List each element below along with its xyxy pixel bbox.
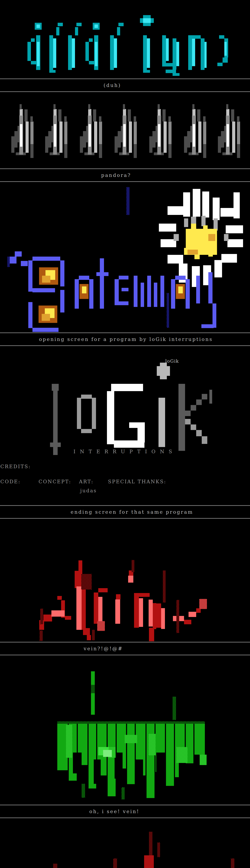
vein-green-art-section bbox=[0, 655, 250, 805]
arraign-ansi-art bbox=[0, 0, 250, 79]
caption-vein-green: oh, i see! vein! bbox=[89, 809, 139, 814]
arraign-art-section bbox=[0, 0, 250, 79]
art-label: ART: bbox=[79, 479, 94, 485]
caption-bar-logik: ending screen for that same program bbox=[0, 505, 250, 519]
caption-bar-pandora: pandora? bbox=[0, 168, 250, 182]
caption-duh: (duh) bbox=[104, 83, 121, 88]
caption-pandora: pandora? bbox=[101, 173, 131, 178]
logik-corner-logo: loGik bbox=[165, 359, 179, 364]
caption-bar-vein-red: vein?!@!@# bbox=[0, 642, 250, 655]
caption-gateway: opening screen for a program by loGik in… bbox=[39, 336, 213, 342]
credits-heading: CREDITS: bbox=[0, 464, 31, 469]
code-label: CODE: bbox=[0, 479, 21, 485]
vein-red-art-section bbox=[0, 519, 250, 642]
concept-label: CONCEPT: bbox=[38, 479, 71, 485]
caption-bar-gateway: opening screen for a program by loGik in… bbox=[0, 333, 250, 346]
artist-name: judas bbox=[80, 488, 97, 494]
gateway-art-section bbox=[0, 182, 250, 333]
vein-green-ansi-art bbox=[0, 655, 250, 805]
logik-art-section: loGik INTERRUPTIONS CREDITS: CODE: CONCE… bbox=[0, 346, 250, 505]
arcadia-ansi-art bbox=[0, 818, 250, 868]
special-thanks-label: SPECIAL THANKS: bbox=[108, 479, 166, 485]
caption-bar-vein-green: oh, i see! vein! bbox=[0, 805, 250, 818]
gateway-ansi-art bbox=[0, 182, 250, 333]
pandora-ansi-art bbox=[0, 92, 250, 168]
arcadia-art-section bbox=[0, 818, 250, 868]
pandora-art-section bbox=[0, 92, 250, 168]
caption-vein-red: vein?!@!@# bbox=[84, 646, 123, 652]
logik-interruptions-label: INTERRUPTIONS bbox=[0, 449, 250, 455]
caption-bar-duh: (duh) bbox=[0, 79, 250, 92]
vein-red-ansi-art bbox=[0, 519, 250, 642]
caption-logik: ending screen for that same program bbox=[71, 509, 193, 515]
